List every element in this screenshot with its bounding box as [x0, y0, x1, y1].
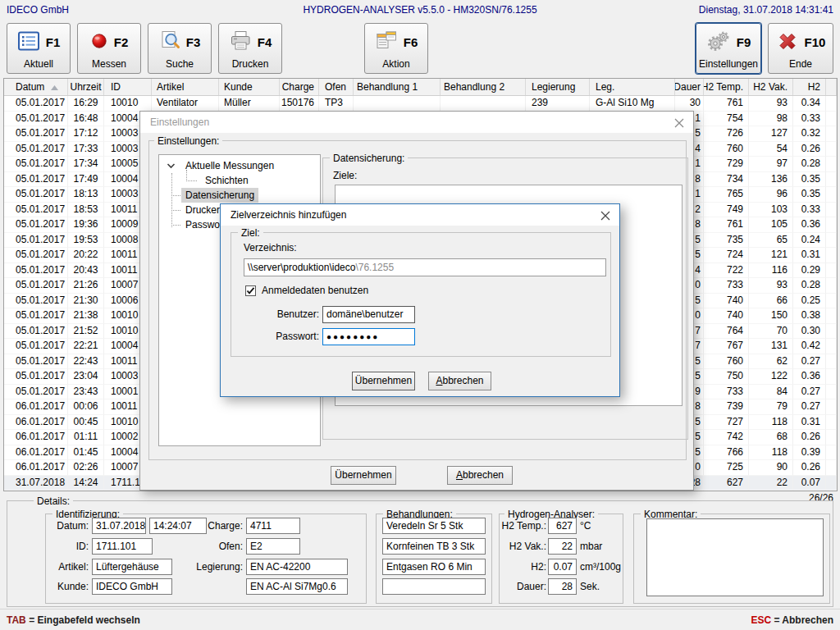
h2vak-field[interactable]: 22 [548, 538, 577, 555]
table-cell: 150176 [280, 96, 319, 112]
close-icon[interactable] [600, 210, 611, 221]
behandlung1-field[interactable]: Veredeln Sr 5 Stk [382, 518, 486, 534]
button-label: Suche [148, 58, 211, 70]
ofen-field[interactable]: E2 [246, 538, 300, 555]
table-cell: 0.38 [793, 308, 826, 324]
column-header-h2[interactable]: H2 [793, 79, 826, 95]
h2-unit: cm³/100g [580, 561, 621, 573]
table-cell: 23:43 [68, 385, 104, 400]
legierung2-field[interactable]: EN AC-Al Si7Mg0.6 [246, 578, 348, 595]
tree-item-schichten[interactable]: Schichten [159, 173, 320, 188]
kunde-field[interactable]: IDECO GmbH [92, 578, 172, 595]
kommentar-field[interactable] [646, 518, 824, 596]
table-cell: 05.01.2017 [4, 248, 68, 263]
table-cell: 0.28 [793, 278, 826, 294]
charge-field[interactable]: 4711 [246, 518, 300, 534]
search-icon [159, 30, 180, 53]
table-cell: 20:43 [68, 263, 104, 279]
table-cell: 97 [749, 157, 793, 172]
messen-f2-button[interactable]: F2 Messen [77, 23, 141, 74]
column-header-dauer[interactable]: Dauer [675, 79, 704, 95]
column-header-id[interactable]: ID [104, 79, 152, 95]
table-cell: 18:13 [68, 187, 104, 203]
fkey-label: F10 [805, 35, 826, 49]
table-cell: 764 [704, 324, 749, 340]
column-header-kunde[interactable]: Kunde [219, 79, 280, 95]
ende-f10-button[interactable]: F10 Ende [768, 23, 833, 74]
passwort-input[interactable]: ●●●●●●●● [322, 328, 415, 345]
tree-item-aktuelle-messungen[interactable]: Aktuelle Messungen [159, 158, 320, 173]
column-header-behandlung-1[interactable]: Behandlung 1 [354, 79, 441, 95]
target-cancel-button[interactable]: Abbrechen [428, 372, 491, 390]
table-cell: 739 [704, 399, 749, 415]
drucken-f4-button[interactable]: F4 Drucken [218, 23, 282, 74]
table-cell: 02:26 [68, 460, 104, 476]
table-cell [826, 445, 837, 461]
esc-key-hint: ESC [751, 614, 771, 626]
table-cell: 54 [749, 142, 793, 158]
table-cell: 00:45 [68, 415, 104, 431]
table-cell: 31.07.2018 [4, 476, 68, 491]
table-cell: 0.29 [793, 263, 826, 279]
table-cell: 0.26 [793, 142, 826, 158]
table-cell: 05.01.2017 [4, 233, 68, 249]
close-icon[interactable] [673, 117, 685, 129]
settings-apply-button[interactable]: Übernehmen [331, 466, 396, 485]
table-cell: 733 [704, 385, 749, 400]
column-header-ofen[interactable]: Ofen [319, 79, 354, 95]
column-header-datum[interactable]: Datum [4, 79, 68, 95]
benutzer-input[interactable]: domäne\benutzer [322, 306, 415, 323]
table-cell: 750 [704, 369, 749, 385]
target-apply-button[interactable]: Übernehmen [352, 372, 415, 390]
artikel-field[interactable]: Lüftergehäuse [92, 559, 172, 575]
column-header-behandlung-2[interactable]: Behandlung 2 [441, 79, 526, 95]
table-cell: 21:30 [68, 294, 104, 309]
column-header-legierung[interactable]: Legierung [526, 79, 590, 95]
id-field[interactable]: 1711.101 [92, 538, 153, 555]
h2-field[interactable]: 0.07 [548, 559, 577, 575]
table-cell: 79 [749, 399, 793, 415]
column-header-leg-[interactable]: Leg. [590, 79, 675, 95]
table-cell: 0.35 [793, 187, 826, 203]
tree-item-datensicherung[interactable]: Datensicherung [159, 188, 320, 203]
ofen-label: Ofen: [189, 541, 243, 552]
behandlung2-field[interactable]: Kornfeinen TB 3 Stk [382, 538, 486, 555]
column-header-charge[interactable]: Charge [280, 79, 319, 95]
table-cell [826, 172, 837, 188]
verzeichnis-input[interactable]: \\server\produktion\ideco\76.1255 [244, 258, 606, 276]
table-cell [826, 126, 837, 142]
legierung-field[interactable]: EN AC-42200 [246, 559, 348, 575]
table-cell [826, 294, 837, 309]
table-cell: 767 [704, 339, 749, 354]
action-icon [375, 30, 398, 53]
anmeldedaten-checkbox-label[interactable]: Anmeldedaten benutzen [262, 285, 368, 296]
datum-label: Datum: [33, 520, 89, 532]
chevron-down-icon[interactable] [167, 158, 176, 173]
datum-field[interactable]: 31.07.2018 [92, 518, 146, 534]
column-header-h2-temp-[interactable]: H2 Temp. [704, 79, 749, 95]
settings-cancel-button[interactable]: Abbrechen [447, 466, 513, 485]
column-header-artikel[interactable]: Artikel [152, 79, 219, 95]
button-label: Einstellungen [696, 58, 760, 70]
behandlung3-field[interactable]: Entgasen RO 6 Min [382, 559, 486, 575]
table-cell: TP3 [319, 96, 354, 112]
behandlung4-field[interactable] [382, 578, 486, 595]
einstellungen-f9-button[interactable]: F9 Einstellungen [696, 23, 761, 74]
table-cell: 05.01.2017 [4, 203, 68, 218]
dauer-field[interactable]: 28 [548, 578, 577, 595]
table-cell: 06.01.2017 [4, 460, 68, 476]
suche-f3-button[interactable]: F3 Suche [148, 23, 212, 74]
table-cell: 30 [675, 96, 704, 112]
benutzer-label: Benutzer: [245, 308, 319, 320]
column-header-h2-vak-[interactable]: H2 Vak. [749, 79, 793, 95]
table-cell: Müller [219, 96, 280, 112]
table-row[interactable]: 05.01.201716:2910010VentilatorMüller1501… [4, 96, 837, 112]
column-header-uhrzeit[interactable]: Uhrzeit [68, 79, 104, 95]
aktuell-f1-button[interactable]: F1 Aktuell [7, 23, 71, 74]
aktion-f6-button[interactable]: F6 Aktion [364, 23, 428, 74]
table-cell: 761 [704, 96, 749, 112]
table-cell [826, 142, 837, 158]
anmeldedaten-checkbox[interactable] [245, 285, 256, 296]
h2temp-field[interactable]: 627 [548, 518, 577, 534]
table-cell: 0.27 [793, 354, 826, 370]
